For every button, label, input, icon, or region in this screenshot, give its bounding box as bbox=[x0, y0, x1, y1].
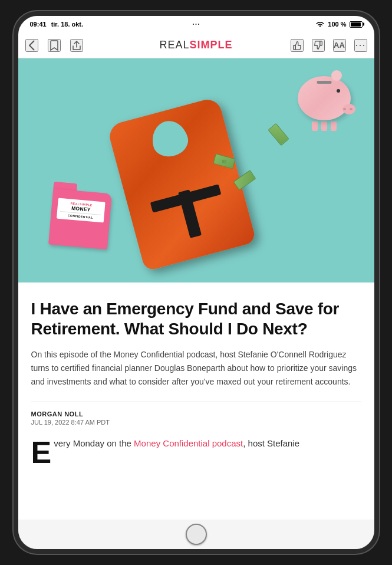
first-para-suffix: , host Stefanie bbox=[243, 438, 299, 448]
text-size-button[interactable]: AA bbox=[333, 39, 346, 52]
brand-logo: REALSIMPLE bbox=[159, 39, 232, 51]
brand-real: REAL bbox=[159, 39, 189, 51]
article-author: MORGAN NOLL bbox=[31, 410, 361, 418]
article-date: JUL 19, 2022 8:47 AM PDT bbox=[31, 419, 361, 426]
home-button[interactable] bbox=[186, 524, 207, 545]
bookmark-button[interactable] bbox=[48, 39, 61, 52]
dots-indicator: ··· bbox=[192, 19, 200, 29]
more-icon: ··· bbox=[355, 39, 366, 51]
bill-illustration-2 bbox=[233, 170, 256, 190]
wifi-icon bbox=[315, 21, 325, 28]
piggy-bank-illustration bbox=[298, 76, 351, 131]
share-button[interactable] bbox=[70, 39, 83, 52]
battery-percent: 100 % bbox=[328, 21, 346, 28]
bill-illustration-1: $5 bbox=[213, 153, 235, 169]
article-description: On this episode of the Money Confidentia… bbox=[31, 348, 361, 389]
ipad-device: 09:41 tir. 18. okt. ··· 100 % bbox=[14, 11, 379, 554]
battery-icon bbox=[350, 21, 363, 28]
more-button[interactable]: ··· bbox=[354, 39, 367, 52]
date: tir. 18. okt. bbox=[51, 21, 83, 28]
time: 09:41 bbox=[30, 21, 47, 28]
home-button-area bbox=[18, 520, 374, 549]
status-left: 09:41 tir. 18. okt. bbox=[30, 21, 84, 28]
bill-illustration-3 bbox=[268, 123, 289, 146]
drop-cap: E bbox=[31, 439, 52, 465]
money-confidential-link[interactable]: Money Confidential podcast bbox=[134, 438, 243, 448]
money-folder-illustration: REALSIMPLE MONEY CONFIDENTIAL bbox=[48, 189, 112, 249]
first-para-prefix: very Monday on the bbox=[54, 438, 134, 448]
status-bar: 09:41 tir. 18. okt. ··· 100 % bbox=[18, 16, 374, 32]
svg-rect-1 bbox=[319, 41, 322, 45]
text-size-label: AA bbox=[334, 41, 345, 50]
article-meta: MORGAN NOLL JUL 19, 2022 8:47 AM PDT bbox=[31, 410, 361, 426]
thumbs-up-button[interactable] bbox=[291, 39, 304, 52]
brand-simple: SIMPLE bbox=[190, 39, 233, 51]
status-right: 100 % bbox=[315, 21, 362, 28]
article-divider bbox=[31, 402, 361, 402]
thumbs-down-button[interactable] bbox=[312, 39, 325, 52]
status-center: ··· bbox=[192, 19, 200, 29]
article-container[interactable]: $5 bbox=[18, 58, 374, 520]
nav-left bbox=[25, 39, 83, 52]
nav-bar: REALSIMPLE AA bbox=[18, 32, 374, 58]
nav-right: AA ··· bbox=[291, 39, 367, 52]
hero-image: $5 bbox=[18, 58, 374, 282]
back-button[interactable] bbox=[25, 39, 38, 52]
svg-rect-0 bbox=[293, 45, 295, 50]
article-first-paragraph: Every Monday on the Money Confidential p… bbox=[31, 436, 361, 451]
article-body: I Have an Emergency Fund and Save for Re… bbox=[18, 282, 374, 462]
article-title: I Have an Emergency Fund and Save for Re… bbox=[31, 299, 361, 339]
life-vest-illustration: $5 bbox=[106, 93, 272, 280]
